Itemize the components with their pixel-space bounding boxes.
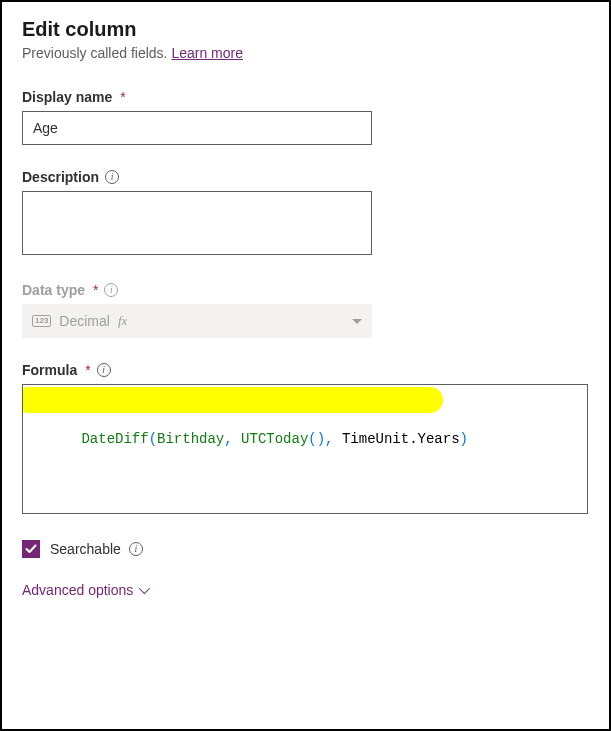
display-name-label: Display name * — [22, 89, 589, 105]
chevron-down-icon — [352, 319, 362, 324]
data-type-label-text: Data type — [22, 282, 85, 298]
searchable-label-text: Searchable — [50, 541, 121, 557]
fx-icon: fx — [118, 313, 127, 329]
info-icon[interactable]: i — [105, 170, 119, 184]
number-icon: 123 — [32, 315, 51, 327]
learn-more-link[interactable]: Learn more — [171, 45, 243, 61]
formula-group: Formula * i DateDiff(Birthday, UTCToday(… — [22, 362, 589, 514]
searchable-label: Searchable i — [50, 541, 143, 557]
formula-token-comma: , — [325, 431, 342, 447]
formula-token-paren: ( — [149, 431, 157, 447]
info-icon[interactable]: i — [97, 363, 111, 377]
checkmark-icon — [25, 543, 37, 555]
data-type-group: Data type * i 123 Decimal fx — [22, 282, 589, 338]
required-asterisk: * — [120, 89, 125, 105]
formula-token-fn: UTCToday — [241, 431, 308, 447]
formula-token-fn: DateDiff — [81, 431, 148, 447]
data-type-selected-text: Decimal — [59, 313, 110, 329]
data-type-label: Data type * i — [22, 282, 589, 298]
formula-token-comma: , — [224, 431, 241, 447]
description-label: Description i — [22, 169, 589, 185]
description-group: Description i — [22, 169, 589, 258]
required-asterisk: * — [85, 362, 90, 378]
formula-input[interactable]: DateDiff(Birthday, UTCToday(), TimeUnit.… — [22, 384, 588, 514]
searchable-row: Searchable i — [22, 540, 589, 558]
edit-column-panel: Edit column Previously called fields. Le… — [0, 0, 611, 731]
formula-label: Formula * i — [22, 362, 589, 378]
info-icon[interactable]: i — [104, 283, 118, 297]
formula-token-member: TimeUnit.Years — [342, 431, 460, 447]
display-name-label-text: Display name — [22, 89, 112, 105]
page-title: Edit column — [22, 18, 589, 41]
display-name-input[interactable] — [22, 111, 372, 145]
formula-label-text: Formula — [22, 362, 77, 378]
advanced-options-label: Advanced options — [22, 582, 133, 598]
data-type-select: 123 Decimal fx — [22, 304, 372, 338]
description-input[interactable] — [22, 191, 372, 255]
subtitle-text: Previously called fields. — [22, 45, 171, 61]
page-subtitle: Previously called fields. Learn more — [22, 45, 589, 61]
formula-token-paren: ) — [460, 431, 468, 447]
formula-token-id: Birthday — [157, 431, 224, 447]
advanced-options-toggle[interactable]: Advanced options — [22, 582, 147, 598]
info-icon[interactable]: i — [129, 542, 143, 556]
highlight-annotation — [23, 387, 443, 413]
data-type-value: 123 Decimal fx — [32, 313, 127, 329]
formula-token-paren: ) — [317, 431, 325, 447]
formula-text: DateDiff(Birthday, UTCToday(), TimeUnit.… — [81, 431, 468, 447]
formula-token-paren: ( — [308, 431, 316, 447]
required-asterisk: * — [93, 282, 98, 298]
chevron-down-icon — [139, 583, 150, 594]
description-label-text: Description — [22, 169, 99, 185]
searchable-checkbox[interactable] — [22, 540, 40, 558]
display-name-group: Display name * — [22, 89, 589, 145]
